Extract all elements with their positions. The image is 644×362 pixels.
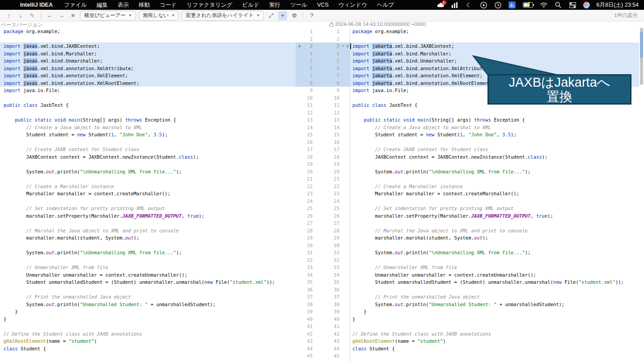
code-token: throws	[474, 117, 491, 122]
viewer-type-dropdown[interactable]: 横並びビューアー ▼	[80, 11, 136, 21]
line-number: 40	[322, 316, 339, 323]
line-number: 26	[296, 212, 313, 220]
diff-title-row: ベースバージョン 2024-06-08 14:43:10.000000000 +…	[0, 21, 644, 28]
menu-item[interactable]: コード	[155, 2, 182, 8]
do-not-disturb-moon-icon[interactable]: ☾	[466, 1, 473, 9]
siri-icon[interactable]	[583, 2, 590, 8]
menu-item[interactable]: 移動	[134, 2, 155, 8]
menu-item[interactable]: ウィンドウ	[334, 2, 372, 8]
highlight-mode-dropdown[interactable]: 変更された単語をハイライト ▼	[182, 11, 264, 21]
code-token: }	[4, 309, 18, 314]
line-number: 42	[322, 330, 339, 338]
line-number: 2	[322, 35, 339, 43]
code-token: System.	[4, 169, 46, 174]
code-token: .xml.bind.Unmarshaller;	[392, 58, 457, 63]
menu-item[interactable]: IntelliJ IDEA	[15, 2, 59, 8]
code-token: public	[352, 102, 369, 108]
collapse-unchanged-icon[interactable]: ⤢	[267, 11, 275, 20]
code-token: "John Doe"	[468, 132, 496, 137]
code-token: ,	[463, 132, 469, 137]
code-token: .println(	[403, 169, 429, 174]
code-token: void	[55, 117, 66, 122]
menu-item[interactable]: 表示	[113, 2, 134, 8]
line-number: 9	[296, 87, 313, 94]
menu-item[interactable]: 編集	[92, 2, 113, 8]
code-line: // Unmarshaller XML from file	[350, 264, 639, 271]
line-number: 32	[296, 257, 313, 264]
sync-scroll-icon[interactable]: ⌖	[278, 11, 287, 20]
code-line: System.out.println("\nUnmarshalling XML …	[350, 168, 639, 176]
vertical-scrollbar[interactable]	[639, 28, 644, 362]
stats-icon[interactable]	[451, 1, 459, 9]
insert-marker-icon[interactable]: +	[346, 42, 349, 50]
insert-marker-icon[interactable]: +	[298, 42, 301, 50]
menu-item[interactable]: VCS	[312, 2, 334, 8]
line-number: 41	[322, 323, 339, 330]
code-line: }	[0, 308, 296, 316]
changed-word: javax	[23, 80, 38, 86]
code-token: .xml.bind.annotation.XmlAttribute;	[38, 66, 134, 71]
code-line	[350, 219, 639, 227]
edit-source-icon[interactable]: ✎	[28, 11, 37, 20]
code-token: .xml.bind.Unmarshaller;	[38, 58, 102, 63]
code-line: // Create a Java object to marshal to XM…	[350, 124, 639, 131]
wifi-icon[interactable]	[540, 1, 548, 9]
battery-icon[interactable]: ⚡	[522, 1, 534, 9]
code-token: );	[483, 235, 488, 240]
code-token: marshaller.marshal(student, System.	[352, 235, 474, 240]
whitespace-ignore-dropdown[interactable]: 無視しない ▼	[139, 11, 179, 21]
code-token: java.io.File;	[369, 88, 409, 93]
line-number: 18	[322, 153, 339, 161]
back-button[interactable]: ←	[45, 11, 54, 20]
control-center-icon[interactable]	[569, 1, 576, 9]
code-token: .xml.bind.annotation.XmlElement;	[392, 73, 483, 78]
code-token: // Create a Java object to marshal to XM…	[352, 125, 491, 130]
line-number: 15	[296, 131, 313, 139]
menu-item[interactable]: リファクタリング	[182, 2, 237, 8]
forward-button[interactable]: →	[57, 11, 66, 20]
gear-settings-icon[interactable]: ⚙	[290, 11, 299, 20]
code-line: import javax.xml.bind.JAXBContext;	[0, 42, 296, 50]
code-line	[350, 160, 639, 168]
changed-word: jakarta	[372, 80, 392, 86]
code-line: // Unmarshaller XML from file	[0, 264, 296, 271]
code-token: );	[162, 132, 168, 137]
code-token: import	[352, 66, 369, 71]
line-number: 14	[322, 124, 339, 131]
clock-icon[interactable]	[494, 1, 502, 9]
line-number: 45	[322, 352, 339, 360]
spotlight-search-icon[interactable]	[555, 1, 562, 9]
line-number: 27	[322, 219, 339, 227]
next-change-button[interactable]: ↓	[16, 11, 25, 20]
viewer-mode-icon[interactable]: ≡	[68, 11, 77, 20]
line-number: 28	[322, 227, 339, 235]
menu-item[interactable]: 実行	[264, 2, 285, 8]
code-line: Marshaller marshaller = context.createMa…	[350, 190, 639, 198]
code-line: // Create a Marshaller instance	[0, 183, 296, 190]
help-button[interactable]: ?	[307, 11, 316, 20]
menu-item[interactable]: ツール	[285, 2, 312, 8]
code-line: Student unmarshalledStudent = (Student) …	[0, 278, 296, 286]
menu-item[interactable]: ヘルプ	[372, 2, 399, 8]
code-token: // Create a Marshaller instance	[352, 184, 463, 189]
play-circle-icon[interactable]	[480, 1, 487, 9]
cloud-sync-icon[interactable]: 1	[437, 1, 445, 9]
code-token: import	[4, 73, 21, 78]
line-number: 18	[296, 153, 313, 161]
code-token: Student unmarshalledStudent = (Student) …	[4, 279, 204, 285]
menu-bar-clock[interactable]: 6月8日(土) 23:54	[597, 1, 639, 9]
line-number: 29	[322, 234, 339, 242]
code-line: Unmarshaller unmarshaller = context.crea…	[0, 271, 296, 279]
previous-change-button[interactable]: ↑	[4, 11, 13, 20]
code-token: .println(	[55, 169, 80, 174]
code-line: System.out.println("\nUnmarshalling XML …	[0, 249, 296, 257]
ime-input-indicator[interactable]: あ	[508, 1, 516, 8]
left-code-pane[interactable]: package org.example; import javax.xml.bi…	[0, 28, 296, 362]
menu-item[interactable]: ファイル	[59, 2, 92, 8]
menu-item[interactable]: ビルド	[237, 2, 264, 8]
apply-change-left-button[interactable]: «	[341, 42, 344, 50]
code-line	[0, 219, 296, 227]
line-number: 12	[322, 109, 339, 117]
code-token: "Unmarshalled Student: "	[429, 302, 497, 307]
line-number: 16	[296, 139, 313, 146]
